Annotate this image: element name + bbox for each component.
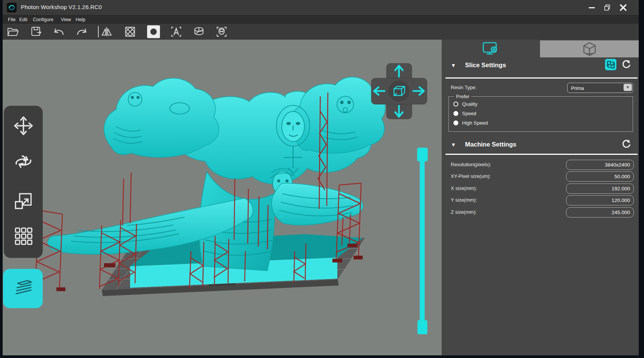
toolbar-separator <box>98 26 99 37</box>
menu-edit[interactable]: Edit <box>18 17 29 23</box>
open-folder-icon <box>6 25 19 38</box>
save-icon <box>30 25 43 38</box>
slice-settings-title: Slice Settings <box>465 62 506 69</box>
undo-button[interactable] <box>53 25 65 38</box>
dropdown-arrow-icon[interactable]: ▼ <box>624 84 632 91</box>
tab-slice-settings[interactable] <box>442 40 540 57</box>
resin-type-dropdown[interactable]: Prima ▼ <box>567 83 633 93</box>
close-button[interactable] <box>617 0 630 15</box>
xy-pixel-size-field[interactable]: 50.000 <box>566 171 634 182</box>
mirror-icon <box>100 25 113 38</box>
hollow-icon <box>124 25 137 38</box>
undo-icon <box>53 25 65 38</box>
prefer-group-label: Prefer <box>454 94 471 99</box>
move-icon <box>13 116 34 136</box>
minimize-button[interactable] <box>585 0 598 15</box>
z-size-label: Z size(mm): <box>451 209 477 215</box>
swap-profile-button[interactable] <box>605 59 616 70</box>
radio-quality[interactable]: Quality <box>453 101 477 107</box>
title-bar: Photon Workshop V2.1.26.RC0 <box>3 0 639 15</box>
layers-view-button[interactable] <box>3 269 43 308</box>
redo-button[interactable] <box>75 25 88 38</box>
3d-viewport[interactable] <box>3 40 442 355</box>
face-scan-icon <box>215 25 228 38</box>
tab-printer-settings[interactable] <box>540 40 639 57</box>
swap-icon <box>607 60 615 69</box>
radio-speed-circle[interactable] <box>453 111 458 116</box>
settings-panel: ▼ Slice Settings Resin Type: Prima ▼ Pre… <box>442 40 639 355</box>
mirror-button[interactable] <box>100 25 113 38</box>
minimize-icon <box>588 4 595 11</box>
menu-help[interactable]: Help <box>74 17 87 23</box>
restore-icon <box>604 4 611 11</box>
close-icon <box>619 3 627 12</box>
refresh-slice-settings-button[interactable] <box>620 59 632 70</box>
section-divider <box>445 77 638 79</box>
rotate-icon <box>13 151 34 172</box>
scale-icon <box>13 191 34 211</box>
radio-high-speed-circle[interactable] <box>453 120 458 125</box>
3d-scene <box>3 40 442 355</box>
layers-icon <box>12 277 34 300</box>
desktop-edge-left <box>0 0 3 358</box>
restore-button[interactable] <box>601 0 614 15</box>
xy-pixel-size-label: XY-Pixel size(um): <box>451 173 491 179</box>
machine-settings-title: Machine Settings <box>465 141 517 148</box>
array-tool-button[interactable] <box>4 219 43 253</box>
slice-settings-header[interactable]: ▼ Slice Settings <box>451 62 506 69</box>
face-detect-button[interactable] <box>215 25 228 38</box>
section-divider <box>445 154 638 155</box>
refresh-icon <box>621 139 631 150</box>
move-tool-button[interactable] <box>4 109 43 143</box>
app-window: Photon Workshop V2.1.26.RC0 File Edit Co… <box>3 0 639 355</box>
hollow-button[interactable] <box>124 25 137 38</box>
array-grid-icon <box>13 226 34 246</box>
y-size-field[interactable]: 120.000 <box>566 195 634 205</box>
menu-bar: File Edit Configure View Help <box>3 15 639 24</box>
radio-speed[interactable]: Speed <box>453 111 476 116</box>
open-file-button[interactable] <box>6 25 19 38</box>
add-text-button[interactable] <box>170 25 183 38</box>
cut-cylinder-icon <box>192 25 205 38</box>
radio-high-speed[interactable]: High Speed <box>453 120 488 126</box>
menu-configure[interactable]: Configure <box>31 17 55 23</box>
radio-quality-circle[interactable] <box>453 102 458 106</box>
resolution-label: Resolution(pixels): <box>451 162 491 167</box>
resin-type-value: Prima <box>571 85 584 91</box>
prefer-group: Prefer Quality Speed High Speed <box>448 96 633 132</box>
resin-type-label: Resin Type: <box>451 85 476 90</box>
rotate-tool-button[interactable] <box>4 145 43 179</box>
layer-slider-track <box>420 161 425 320</box>
redo-icon <box>75 25 88 38</box>
printer-icon <box>582 41 597 57</box>
text-icon <box>170 25 183 38</box>
main-toolbar <box>3 24 639 40</box>
menu-file[interactable]: File <box>6 17 17 23</box>
resolution-field[interactable]: 3840x2400 <box>566 160 634 170</box>
z-size-field[interactable]: 245.000 <box>566 207 634 218</box>
monitor-gear-icon <box>482 42 500 57</box>
collapse-triangle-icon[interactable]: ▼ <box>451 142 456 148</box>
refresh-icon <box>621 60 631 70</box>
punch-hole-button[interactable] <box>147 25 160 38</box>
menu-view[interactable]: View <box>59 17 73 23</box>
save-file-button[interactable] <box>30 25 43 38</box>
app-logo-icon <box>7 3 17 12</box>
slice-cut-button[interactable] <box>192 25 205 38</box>
layer-slider-end <box>417 320 427 334</box>
layer-slider[interactable] <box>417 148 428 334</box>
scale-tool-button[interactable] <box>4 184 43 218</box>
machine-settings-header[interactable]: ▼ Machine Settings <box>451 141 517 148</box>
refresh-machine-settings-button[interactable] <box>620 139 632 150</box>
window-title: Photon Workshop V2.1.26.RC0 <box>21 4 102 10</box>
transform-tool-panel <box>4 106 43 258</box>
collapse-triangle-icon[interactable]: ▼ <box>451 62 456 68</box>
punch-hole-icon <box>147 25 160 38</box>
x-size-field[interactable]: 192.000 <box>566 184 634 194</box>
desktop-edge-bottom <box>0 355 644 358</box>
layer-slider-handle <box>417 148 428 161</box>
y-size-label: Y size(mm): <box>451 197 477 203</box>
x-size-label: X size(mm): <box>451 185 477 191</box>
desktop-edge-right <box>639 0 644 358</box>
